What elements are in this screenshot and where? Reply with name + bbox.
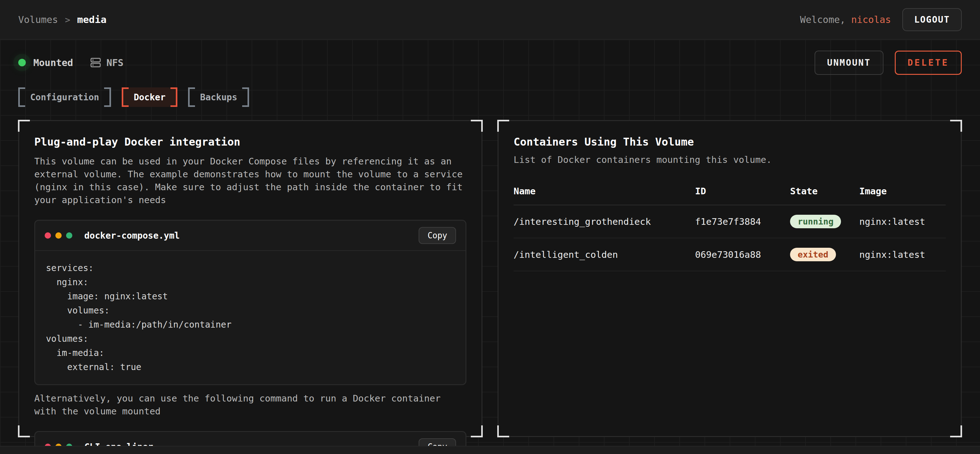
- tab-configuration[interactable]: Configuration: [18, 87, 111, 107]
- panel-corner-icon: [497, 425, 509, 437]
- driver-label: NFS: [106, 57, 123, 68]
- tab-backups[interactable]: Backups: [188, 87, 249, 107]
- table-header-id: ID: [695, 186, 790, 197]
- status-badge: exited: [790, 248, 836, 261]
- panel-corner-icon: [497, 120, 509, 132]
- footer-strip: [0, 446, 980, 454]
- table-row: /intelligent_colden 069e73016a88 exited …: [514, 238, 946, 271]
- driver-info: NFS: [90, 57, 123, 68]
- status-left: Mounted NFS: [18, 57, 124, 68]
- main-content: Mounted NFS UNMOUNT DELETE Configurati: [0, 40, 980, 454]
- logout-button[interactable]: LOGOUT: [902, 8, 962, 31]
- compose-copy-button[interactable]: Copy: [418, 227, 456, 244]
- panel-corner-icon: [18, 120, 30, 132]
- table-row: /interesting_grothendieck f1e73e7f3884 r…: [514, 205, 946, 238]
- tab-docker[interactable]: Docker: [122, 87, 177, 107]
- topbar: Volumes > media Welcome, nicolas LOGOUT: [0, 0, 980, 40]
- container-image: nginx:latest: [859, 249, 946, 260]
- docker-panel-description: This volume can be used in your Docker C…: [34, 155, 466, 206]
- breadcrumb-volumes-link[interactable]: Volumes: [18, 14, 58, 25]
- container-name: /intelligent_colden: [514, 249, 695, 260]
- containers-panel-title: Containers Using This Volume: [514, 135, 946, 148]
- window-dot-red-icon: [45, 232, 51, 239]
- panel-corner-icon: [471, 425, 483, 437]
- unmount-button[interactable]: UNMOUNT: [815, 51, 883, 75]
- welcome-prefix: Welcome,: [800, 14, 851, 25]
- container-id: f1e73e7f3884: [695, 216, 790, 227]
- docker-integration-panel: Plug-and-play Docker integration This vo…: [18, 120, 482, 437]
- breadcrumb: Volumes > media: [18, 14, 107, 25]
- panel-corner-icon: [18, 425, 30, 437]
- breadcrumb-current-page: media: [77, 14, 106, 25]
- panel-corner-icon: [950, 425, 962, 437]
- window-dot-amber-icon: [55, 232, 62, 239]
- mount-status: Mounted: [18, 57, 73, 68]
- delete-button[interactable]: DELETE: [895, 51, 962, 75]
- status-row: Mounted NFS UNMOUNT DELETE: [18, 52, 962, 73]
- volume-actions: UNMOUNT DELETE: [815, 51, 962, 75]
- table-header-state: State: [790, 186, 859, 197]
- mounted-label: Mounted: [33, 57, 73, 68]
- tab-bar: Configuration Docker Backups: [18, 87, 962, 107]
- compose-code-body: services: nginx: image: nginx:latest vol…: [35, 251, 466, 384]
- window-dot-green-icon: [66, 232, 72, 239]
- container-state: running: [790, 215, 859, 228]
- compose-filename: docker-compose.yml: [84, 230, 180, 241]
- breadcrumb-separator-icon: >: [65, 15, 70, 25]
- containers-panel-subtitle: List of Docker containers mounting this …: [514, 154, 946, 165]
- container-name: /interesting_grothendieck: [514, 216, 695, 227]
- table-header-image: Image: [859, 186, 946, 197]
- welcome-text: Welcome, nicolas: [800, 14, 891, 25]
- containers-table: Name ID State Image /interesting_grothen…: [514, 186, 946, 271]
- mounted-status-dot-icon: [18, 59, 26, 66]
- window-dots: [45, 232, 72, 239]
- compose-code-text: services: nginx: image: nginx:latest vol…: [46, 261, 455, 374]
- table-header-row: Name ID State Image: [514, 186, 946, 205]
- panels-row: Plug-and-play Docker integration This vo…: [18, 120, 962, 437]
- topbar-right: Welcome, nicolas LOGOUT: [800, 8, 962, 31]
- container-image: nginx:latest: [859, 216, 946, 227]
- docker-panel-title: Plug-and-play Docker integration: [34, 135, 466, 148]
- compose-code-header: docker-compose.yml Copy: [35, 221, 466, 251]
- username: nicolas: [851, 14, 891, 25]
- status-badge: running: [790, 215, 841, 228]
- container-id: 069e73016a88: [695, 249, 790, 260]
- containers-panel: Containers Using This Volume List of Doc…: [498, 120, 962, 437]
- server-icon: [90, 57, 101, 68]
- panel-corner-icon: [950, 120, 962, 132]
- panel-corner-icon: [471, 120, 483, 132]
- table-header-name: Name: [514, 186, 695, 197]
- cli-intro-text: Alternatively, you can use the following…: [34, 392, 466, 418]
- container-state: exited: [790, 248, 859, 261]
- compose-code-block: docker-compose.yml Copy services: nginx:…: [34, 220, 466, 385]
- table-body: /interesting_grothendieck f1e73e7f3884 r…: [514, 205, 946, 271]
